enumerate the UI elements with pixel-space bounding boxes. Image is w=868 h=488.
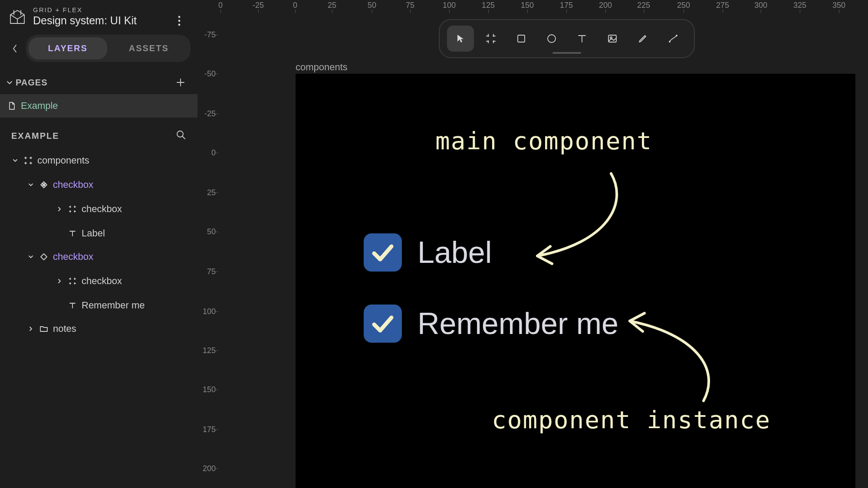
layer-checkbox-instance[interactable]: checkbox [3, 246, 195, 268]
sidebar-tabs-row: LAYERS ASSETS [0, 30, 197, 65]
ruler-tick-label: 100 [443, 1, 456, 10]
ruler-tick-label: 150 [521, 1, 534, 10]
layer-label: checkbox [53, 179, 93, 190]
layer-components[interactable]: components [3, 150, 195, 171]
svg-point-0 [178, 16, 181, 18]
ruler-tick-label: -25 [253, 1, 264, 10]
ruler-tick-label: 275 [716, 1, 729, 10]
tool-frame[interactable] [477, 26, 504, 52]
ruler-tick-label: -50 [204, 69, 216, 79]
ruler-tick-label: 125 [203, 346, 216, 355]
layer-label: checkbox [53, 251, 93, 262]
more-menu-button[interactable] [171, 12, 188, 29]
chevron-right-icon[interactable] [27, 326, 35, 332]
tool-text[interactable] [569, 26, 595, 52]
ruler-tick-label: -25 [204, 109, 216, 118]
tab-layers[interactable]: LAYERS [29, 37, 107, 59]
layer-checkbox-frame-1[interactable]: checkbox [3, 198, 195, 220]
annotation-component-instance[interactable]: component instance [492, 406, 771, 434]
toolbar-drag-handle[interactable] [552, 52, 581, 54]
svg-point-2 [178, 24, 181, 26]
left-sidebar: GRID + FLEX Design system: UI Kit LAYERS… [0, 0, 197, 488]
checkbox-label: Remember me [418, 306, 618, 341]
ruler-tick-label: 0 [293, 1, 297, 10]
sidebar-tabs: LAYERS ASSETS [26, 35, 191, 62]
svg-point-8 [669, 41, 671, 43]
text-icon [68, 229, 77, 237]
tab-assets[interactable]: ASSETS [110, 37, 188, 59]
ruler-tick-label: 50 [368, 1, 376, 10]
pages-section-header: PAGES [0, 65, 197, 94]
chevron-right-icon[interactable] [56, 278, 63, 284]
folder-icon [39, 325, 49, 332]
annotation-arrow-2 [612, 308, 725, 408]
tool-pen[interactable] [660, 26, 687, 52]
ruler-horizontal: 0-25025507510012515017520022525027530032… [197, 0, 868, 13]
page-item-label: Example [21, 100, 58, 111]
frame-icon [68, 277, 77, 285]
ruler-tick-label: 0 [211, 148, 216, 157]
frame-name-label[interactable]: components [296, 62, 348, 73]
svg-rect-4 [518, 35, 525, 42]
app-logo-icon [8, 7, 27, 26]
tool-select[interactable] [447, 26, 474, 52]
tool-image[interactable] [599, 26, 626, 52]
svg-rect-6 [608, 35, 616, 42]
layer-label: checkbox [82, 203, 122, 215]
tool-pencil[interactable] [629, 26, 656, 52]
tool-rectangle[interactable] [508, 26, 535, 52]
chevron-down-icon[interactable] [6, 79, 13, 86]
instance-icon [39, 253, 49, 261]
chevron-right-icon[interactable] [56, 206, 63, 212]
back-button[interactable] [7, 40, 23, 57]
chevron-down-icon[interactable] [27, 254, 35, 260]
frame-icon [23, 156, 33, 165]
floating-toolbar [439, 19, 695, 58]
ruler-tick-label: 300 [754, 1, 767, 10]
ruler-vertical: -75-50-250255075100125150175200 [197, 13, 218, 488]
frame-icon [68, 205, 77, 213]
ruler-tick-label: 25 [328, 1, 336, 10]
annotation-main-component[interactable]: main component [435, 127, 652, 155]
layer-checkbox-frame-2[interactable]: checkbox [3, 270, 195, 292]
search-layers-button[interactable] [176, 130, 186, 142]
chevron-down-icon[interactable] [27, 182, 35, 188]
layer-label: Label [82, 228, 105, 239]
ruler-tick-label: 325 [793, 1, 806, 10]
tool-ellipse[interactable] [538, 26, 565, 52]
layer-text-remember-me[interactable]: Remember me [3, 295, 195, 316]
ruler-tick-label: 200 [599, 1, 612, 10]
app-title: Design system: UI Kit [33, 14, 137, 27]
layer-label: Remember me [82, 300, 145, 311]
layers-section-header: EXAMPLE [0, 118, 197, 150]
layer-label: notes [53, 323, 76, 334]
ruler-tick-label: 350 [832, 1, 845, 10]
ruler-tick-label: 75 [207, 267, 216, 276]
chevron-down-icon[interactable] [11, 157, 19, 164]
ruler-tick-label: 75 [406, 1, 414, 10]
text-icon [68, 301, 77, 309]
layer-notes[interactable]: notes [3, 318, 195, 340]
checkbox-box-icon [364, 305, 402, 343]
add-page-button[interactable] [174, 76, 187, 89]
layer-checkbox-main[interactable]: checkbox [3, 174, 195, 196]
layer-tree: components checkbox checkbox Label [0, 150, 197, 340]
layer-label: components [37, 155, 89, 166]
checkbox-instance[interactable]: Remember me [364, 305, 618, 343]
svg-point-5 [548, 35, 556, 43]
ruler-tick-label: 50 [207, 227, 216, 236]
ruler-tick-label: 25 [207, 188, 216, 197]
layers-header-label: EXAMPLE [11, 131, 59, 141]
page-item-example[interactable]: Example [0, 94, 197, 118]
checkbox-main-component[interactable]: Label [364, 233, 492, 272]
pages-label: PAGES [16, 78, 48, 88]
page-icon [8, 102, 16, 110]
canvas-area[interactable]: 0-25025507510012515017520022525027530032… [197, 0, 868, 488]
ruler-tick-label: 175 [203, 425, 216, 434]
canvas-viewport[interactable]: components main component component inst… [218, 13, 868, 488]
ruler-tick-label: 100 [203, 307, 216, 316]
checkbox-label: Label [418, 235, 492, 270]
layer-text-label[interactable]: Label [3, 223, 195, 244]
ruler-tick-label: 125 [482, 1, 495, 10]
annotation-arrow-1 [520, 169, 633, 269]
